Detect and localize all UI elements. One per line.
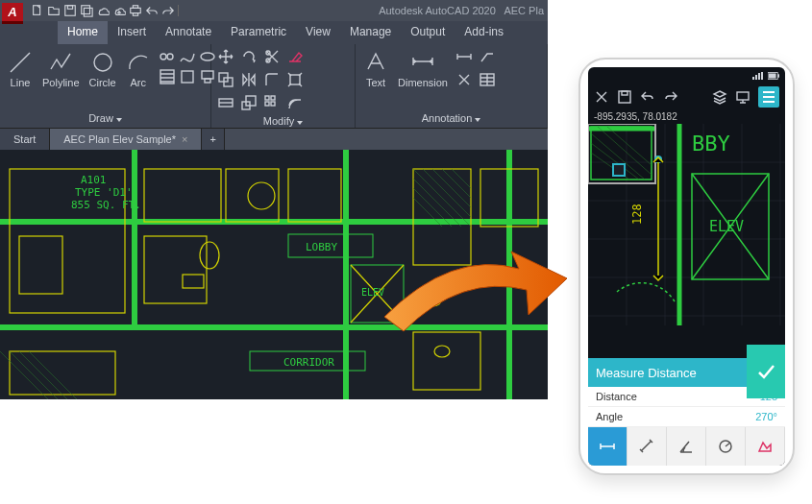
presentation-icon[interactable] [735,89,750,105]
doctab-start[interactable]: Start [0,129,50,150]
angle-value: 270° [755,411,777,422]
drawing-canvas[interactable]: [–][Top][2D Wireframe] [0,150,548,399]
circle-button[interactable]: Circle [87,48,118,90]
mobile-bottom-bar [588,427,785,466]
polyline-icon [48,50,73,75]
measure-area-button[interactable] [746,427,785,466]
mobile-canvas[interactable]: 128 BBY ELEV [588,124,785,358]
svg-rect-50 [758,73,760,80]
fillet-icon[interactable] [263,71,281,88]
measure-radius-button[interactable] [706,427,746,466]
copy-icon[interactable] [217,71,234,88]
array-icon[interactable] [263,94,281,111]
redo-icon[interactable] [161,4,175,17]
app-logo[interactable]: A [2,3,23,24]
new-icon[interactable] [31,4,44,17]
doctab-sample[interactable]: AEC Plan Elev Sample* × [50,129,202,150]
coordinate-readout: -895.2935, 78.0182 [588,109,785,124]
result-row-angle: Angle 270° [588,407,785,427]
mirror-icon[interactable] [240,71,258,88]
panel-annotation-title[interactable]: Annotation [361,110,541,126]
room-area-text: 855 SQ. FT. [71,199,141,211]
hatch-icon[interactable] [159,68,176,85]
linear-dim-icon[interactable] [455,48,473,65]
polyline-button[interactable]: Polyline [40,48,82,90]
tab-parametric[interactable]: Parametric [221,21,296,44]
cloud-open-icon[interactable] [96,4,110,17]
mobile-elev-text: ELEV [709,218,744,235]
trim-icon[interactable] [263,48,281,65]
tab-annotate[interactable]: Annotate [156,21,221,44]
tab-home[interactable]: Home [58,21,108,44]
text-button[interactable]: Text [361,48,390,90]
save-icon[interactable] [63,4,77,17]
plot-icon[interactable] [129,4,142,17]
line-icon [8,50,33,75]
redo-icon[interactable] [663,89,678,105]
tab-addins[interactable]: Add-ins [455,21,513,44]
explode-icon[interactable] [286,71,304,88]
quick-access-toolbar [31,4,179,17]
cloud-save-icon[interactable] [112,4,126,17]
svg-rect-20 [290,75,300,84]
close-icon[interactable] [594,89,609,105]
text-icon [363,50,388,75]
tab-view[interactable]: View [296,21,340,44]
svg-rect-49 [755,75,757,80]
panel-draw: Line Polyline Circle Arc [0,44,211,128]
measure-angle-button[interactable] [667,427,706,466]
tab-manage[interactable]: Manage [340,21,401,44]
line-button[interactable]: Line [6,48,35,90]
save-icon[interactable] [617,89,632,105]
svg-rect-57 [737,92,749,100]
ribbon-tabs: Home Insert Annotate Parametric View Man… [0,21,548,44]
mobile-toolbar [588,84,785,109]
undo-icon[interactable] [640,89,655,105]
doctab-sample-label: AEC Plan Elev Sample* [63,133,176,145]
svg-rect-24 [265,96,269,100]
spline-icon[interactable] [179,48,196,65]
svg-point-8 [94,54,111,71]
rect-icon[interactable] [159,48,176,65]
svg-rect-26 [265,102,269,106]
polygon-icon[interactable] [179,68,196,85]
measure-aligned-button[interactable] [627,427,667,466]
confirm-button[interactable] [747,345,785,398]
layers-icon[interactable] [712,89,727,105]
stretch-icon[interactable] [217,94,234,111]
arc-button[interactable]: Arc [124,48,153,90]
scale-icon[interactable] [240,94,258,111]
tab-output[interactable]: Output [401,21,455,44]
svg-rect-51 [761,72,763,80]
dimension-label: Dimension [398,77,448,88]
saveas-icon[interactable] [80,4,93,17]
table-icon[interactable] [479,71,496,88]
close-tab-icon[interactable]: × [182,133,187,145]
erase-icon[interactable] [286,48,304,65]
panel-modify-title[interactable]: Modify [217,113,349,129]
centermark-icon[interactable] [455,71,473,88]
doctab-new[interactable]: + [202,129,224,150]
leader-icon[interactable] [479,48,496,65]
measure-distance-button[interactable] [588,427,627,466]
measure-title-label: Measure Distance [596,366,697,380]
tab-insert[interactable]: Insert [108,21,156,44]
panel-draw-title[interactable]: Draw [6,110,205,126]
dimension-button[interactable]: Dimension [396,48,450,90]
undo-icon[interactable] [145,4,159,17]
menu-button[interactable] [758,86,779,108]
rotate-icon[interactable] [240,48,258,65]
line-label: Line [11,77,31,88]
offset-icon[interactable] [286,94,304,111]
status-bar [588,67,785,84]
svg-rect-23 [246,96,256,106]
ribbon: Line Polyline Circle Arc [0,44,548,129]
svg-point-10 [167,54,173,60]
app-title: Autodesk AutoCAD 2020 AEC Pla [379,5,544,16]
svg-rect-1 [65,6,76,16]
svg-point-9 [160,54,166,60]
svg-rect-6 [133,6,137,9]
mobile-lobby-text: BBY [692,132,730,156]
move-icon[interactable] [217,48,234,65]
open-icon[interactable] [47,4,61,17]
